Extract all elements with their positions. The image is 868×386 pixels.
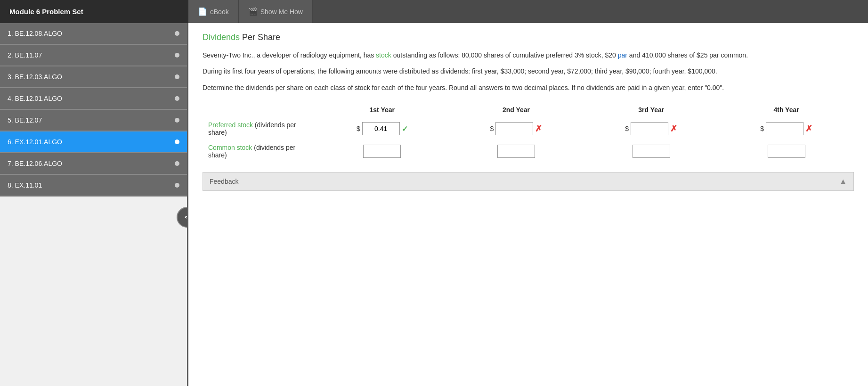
sidebar-item-4[interactable]: 4. BE.12.01.ALGO bbox=[0, 88, 187, 110]
tab-ebook[interactable]: 📄 eBook bbox=[188, 0, 239, 23]
feedback-label: Feedback bbox=[210, 178, 238, 185]
common-1st-year-cell bbox=[316, 140, 449, 163]
tab-show-me-how[interactable]: 🎬 Show Me How bbox=[239, 0, 313, 23]
dot-7 bbox=[175, 161, 179, 166]
dot-3 bbox=[175, 74, 179, 79]
description-2: During its first four years of operation… bbox=[203, 66, 854, 76]
common-3rd-year-cell bbox=[584, 140, 719, 163]
module-title: Module 6 Problem Set bbox=[0, 0, 188, 23]
page-title: Dividends Per Share bbox=[203, 33, 854, 42]
preferred-2nd-year-input[interactable] bbox=[495, 122, 533, 135]
correct-icon-p1: ✓ bbox=[402, 124, 408, 133]
preferred-3rd-year-cell: $ ✗ bbox=[584, 117, 719, 140]
dollar-sign-p1: $ bbox=[357, 125, 360, 132]
col-header-2nd-year: 2nd Year bbox=[449, 102, 584, 117]
common-stock-label: Common stock (dividends per share) bbox=[203, 140, 316, 163]
sidebar-item-8[interactable]: 8. EX.11.01 bbox=[0, 175, 187, 197]
common-2nd-year-cell bbox=[449, 140, 584, 163]
col-header-3rd-year: 3rd Year bbox=[584, 102, 719, 117]
table-row-preferred: Preferred stock (dividends per share) $ … bbox=[203, 117, 854, 140]
title-highlight: Dividends bbox=[203, 33, 240, 42]
sidebar-item-7[interactable]: 7. BE.12.06.ALGO bbox=[0, 153, 187, 175]
wrong-icon-p2: ✗ bbox=[535, 123, 542, 134]
common-2nd-year-input[interactable] bbox=[497, 145, 535, 158]
preferred-4th-year-cell: $ ✗ bbox=[719, 117, 854, 140]
video-icon: 🎬 bbox=[248, 7, 258, 16]
description-3: Determine the dividends per share on eac… bbox=[203, 82, 854, 93]
dividends-table: 1st Year 2nd Year 3rd Year 4th Year Pref… bbox=[203, 102, 854, 163]
preferred-3rd-year-input[interactable] bbox=[631, 122, 668, 135]
description-1: Seventy-Two Inc., a developer of radiolo… bbox=[203, 50, 854, 60]
sidebar-item-1[interactable]: 1. BE.12.08.ALGO bbox=[0, 23, 187, 45]
dollar-sign-p3: $ bbox=[625, 125, 629, 132]
wrong-icon-p3: ✗ bbox=[670, 123, 677, 134]
content-area: Dividends Per Share Seventy-Two Inc., a … bbox=[188, 23, 868, 386]
preferred-1st-year-input[interactable] bbox=[362, 122, 400, 135]
top-bar: Module 6 Problem Set 📄 eBook 🎬 Show Me H… bbox=[0, 0, 868, 23]
sidebar-item-3[interactable]: 3. BE.12.03.ALGO bbox=[0, 66, 187, 88]
sidebar-item-2[interactable]: 2. BE.11.07 bbox=[0, 45, 187, 66]
feedback-bar: Feedback ▲ bbox=[203, 172, 854, 191]
dollar-sign-p2: $ bbox=[490, 125, 494, 132]
common-3rd-year-input[interactable] bbox=[633, 145, 670, 158]
expand-icon[interactable]: ▲ bbox=[839, 177, 847, 186]
ebook-icon: 📄 bbox=[198, 7, 207, 16]
preferred-2nd-year-cell: $ ✗ bbox=[449, 117, 584, 140]
dot-6 bbox=[175, 140, 179, 144]
common-4th-year-input[interactable] bbox=[768, 145, 805, 158]
common-4th-year-cell bbox=[719, 140, 854, 163]
common-1st-year-input[interactable] bbox=[363, 145, 401, 158]
table-row-common: Common stock (dividends per share) bbox=[203, 140, 854, 163]
sidebar-item-5[interactable]: 5. BE.12.07 bbox=[0, 110, 187, 131]
dot-1 bbox=[175, 31, 179, 36]
stock-highlight: stock bbox=[376, 51, 391, 59]
preferred-4th-year-input[interactable] bbox=[766, 122, 803, 135]
dot-4 bbox=[175, 96, 179, 101]
col-header-1st-year: 1st Year bbox=[316, 102, 449, 117]
col-header-4th-year: 4th Year bbox=[719, 102, 854, 117]
par-highlight: par bbox=[618, 51, 627, 59]
top-tabs: 📄 eBook 🎬 Show Me How bbox=[188, 0, 313, 23]
main-layout: 1. BE.12.08.ALGO 2. BE.11.07 3. BE.12.03… bbox=[0, 23, 868, 386]
dot-5 bbox=[175, 118, 179, 123]
preferred-1st-year-cell: $ ✓ bbox=[316, 117, 449, 140]
sidebar-item-6[interactable]: 6. EX.12.01.ALGO bbox=[0, 131, 187, 153]
title-rest: Per Share bbox=[242, 33, 280, 42]
sidebar-toggle-button[interactable]: < bbox=[177, 207, 188, 228]
col-header-label bbox=[203, 102, 316, 117]
wrong-icon-p4: ✗ bbox=[805, 123, 812, 134]
preferred-stock-label: Preferred stock (dividends per share) bbox=[203, 117, 316, 140]
sidebar: 1. BE.12.08.ALGO 2. BE.11.07 3. BE.12.03… bbox=[0, 23, 188, 386]
dot-8 bbox=[175, 183, 179, 188]
dot-2 bbox=[175, 53, 179, 57]
dollar-sign-p4: $ bbox=[760, 125, 764, 132]
